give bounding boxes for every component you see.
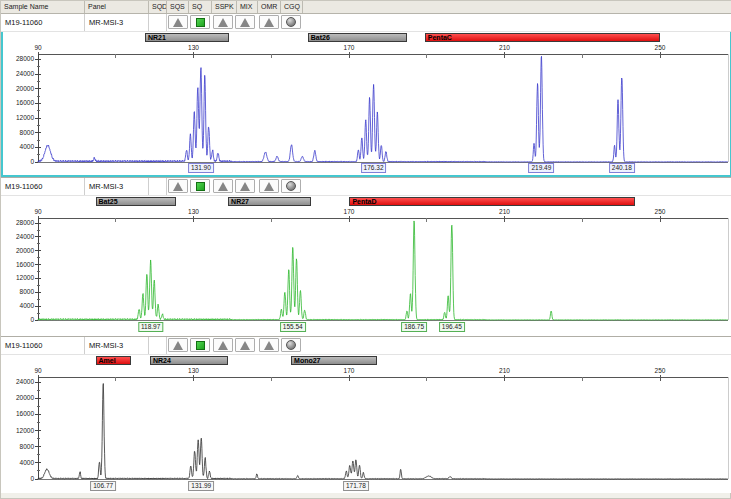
triangle-icon: [173, 341, 183, 350]
flag-sq-button[interactable]: [190, 15, 210, 29]
flag-mix-button[interactable]: [235, 179, 255, 193]
flag-cgq-button[interactable]: [281, 179, 301, 193]
triangle-icon: [240, 341, 250, 350]
peak-size-label[interactable]: 186.75: [401, 322, 427, 332]
flag-sq-button[interactable]: [190, 179, 210, 193]
y-axis-tick-label: 16000: [16, 261, 34, 268]
panel-name: MR-MSI-3: [85, 337, 149, 354]
marker-nr27[interactable]: NR27: [228, 197, 311, 206]
y-axis-tick-label: 24000: [16, 70, 34, 77]
marker-bat25[interactable]: Bat25: [96, 197, 176, 206]
trace-plot[interactable]: 2800024000200001600012000800040000: [1, 216, 731, 337]
marker-amel[interactable]: Amel: [96, 356, 131, 365]
flag-sqs-button[interactable]: [168, 179, 188, 193]
marker-row: NR21Bat26PentaC: [1, 32, 731, 43]
peak-size-label[interactable]: 118.97: [138, 322, 163, 332]
y-axis-tick-label: 8000: [20, 129, 35, 136]
y-axis-tick-label: 4000: [20, 302, 35, 309]
marker-row: AmelNR24Mono27: [1, 355, 731, 366]
y-axis-tick-label: 20000: [16, 247, 34, 254]
triangle-icon: [264, 18, 274, 27]
peak-size-label[interactable]: 106.77: [90, 481, 116, 491]
peak-size-label[interactable]: 240.18: [609, 163, 635, 173]
peak-size-label[interactable]: 171.78: [343, 481, 369, 491]
peak-size-label[interactable]: 196.45: [439, 322, 465, 332]
column-header-sspk: SSPK: [212, 1, 237, 13]
x-axis-scale: 90130170210250: [1, 43, 731, 52]
electropherogram-panel-1: M19-11060MR-MSI-3NR21Bat26PentaC90130170…: [1, 14, 731, 177]
x-axis-scale: 90130170210250: [1, 207, 731, 216]
y-axis-tick-label: 24000: [16, 233, 34, 240]
triangle-icon: [218, 182, 228, 191]
flag-cgq-button[interactable]: [281, 15, 301, 29]
sample-name: M19-11060: [1, 14, 85, 31]
flag-omr-button[interactable]: [259, 338, 279, 352]
sphere-icon: [286, 181, 296, 191]
triangle-icon: [218, 18, 228, 27]
sphere-icon: [286, 340, 296, 350]
electropherogram-trace: [38, 221, 728, 320]
peak-size-label[interactable]: 131.99: [188, 481, 214, 491]
flag-sq-button[interactable]: [190, 338, 210, 352]
triangle-icon: [173, 182, 183, 191]
y-axis-tick-label: 12000: [16, 114, 34, 121]
x-axis-tick-label: 90: [34, 208, 41, 215]
sqd-cell: [149, 178, 167, 195]
flag-mix-button[interactable]: [235, 338, 255, 352]
x-axis-tick-label: 90: [34, 44, 41, 51]
flag-omr-button[interactable]: [259, 179, 279, 193]
flag-sspk-button[interactable]: [213, 179, 233, 193]
trace-plot[interactable]: 24000200001600012000800040000: [1, 375, 731, 494]
marker-pentad[interactable]: PentaD: [349, 197, 634, 206]
x-axis-tick-label: 250: [655, 44, 666, 51]
electropherogram-panel-2: M19-11060MR-MSI-3Bat25NR27PentaD90130170…: [1, 177, 731, 336]
marker-nr21[interactable]: NR21: [145, 33, 229, 42]
triangle-icon: [240, 182, 250, 191]
marker-bat26[interactable]: Bat26: [308, 33, 408, 42]
sample-row-header[interactable]: M19-11060MR-MSI-3: [1, 337, 731, 355]
marker-nr24[interactable]: NR24: [150, 356, 228, 365]
sample-row-header[interactable]: M19-11060MR-MSI-3: [1, 178, 731, 196]
flag-sspk-button[interactable]: [213, 15, 233, 29]
sample-row-header[interactable]: M19-11060MR-MSI-3: [1, 14, 731, 32]
x-axis-tick-label: 90: [34, 367, 41, 374]
y-axis-tick-label: 8000: [20, 443, 35, 450]
peak-size-label[interactable]: 155.54: [280, 322, 306, 332]
peak-size-label[interactable]: 131.90: [188, 163, 214, 173]
marker-pentac[interactable]: PentaC: [425, 33, 660, 42]
y-axis-tick-label: 20000: [16, 85, 34, 92]
column-header-sq: SQ: [189, 1, 212, 13]
x-axis-tick-label: 170: [344, 367, 355, 374]
green-square-icon: [196, 182, 205, 191]
flag-mix-button[interactable]: [235, 15, 255, 29]
flag-cgq-button[interactable]: [281, 338, 301, 352]
triangle-icon: [173, 18, 183, 27]
y-axis-tick-label: 28000: [16, 219, 34, 226]
y-axis-tick-label: 20000: [16, 394, 34, 401]
y-axis-tick-label: 4000: [20, 459, 35, 466]
y-axis-tick-label: 12000: [16, 427, 34, 434]
flag-omr-button[interactable]: [259, 15, 279, 29]
panel-name: MR-MSI-3: [85, 14, 149, 31]
column-header-sqd: SQD: [149, 1, 167, 13]
electropherogram-panels: M19-11060MR-MSI-3NR21Bat26PentaC90130170…: [1, 14, 731, 493]
y-axis-tick-label: 12000: [16, 274, 34, 281]
y-axis-tick-label: 8000: [20, 288, 35, 295]
peak-size-label[interactable]: 176.32: [361, 163, 387, 173]
triangle-icon: [264, 341, 274, 350]
trace-plot[interactable]: 2800024000200001600012000800040000: [1, 52, 731, 178]
flag-sqs-button[interactable]: [168, 338, 188, 352]
peak-size-label[interactable]: 219.49: [528, 163, 554, 173]
flag-sqs-button[interactable]: [168, 15, 188, 29]
marker-mono27[interactable]: Mono27: [291, 356, 377, 365]
sqd-cell: [149, 337, 167, 354]
column-header-mix: MIX: [237, 1, 258, 13]
x-axis-tick-label: 130: [188, 44, 199, 51]
flag-sspk-button[interactable]: [213, 338, 233, 352]
electropherogram-trace: [38, 384, 728, 479]
triangle-icon: [218, 341, 228, 350]
x-axis-tick-label: 170: [344, 44, 355, 51]
sample-name: M19-11060: [1, 178, 85, 195]
column-header-panel: Panel: [85, 1, 149, 13]
msi-analysis-window: Sample NamePanelSQDSQSSQSSPKMIXOMRCGQ M1…: [0, 0, 731, 499]
